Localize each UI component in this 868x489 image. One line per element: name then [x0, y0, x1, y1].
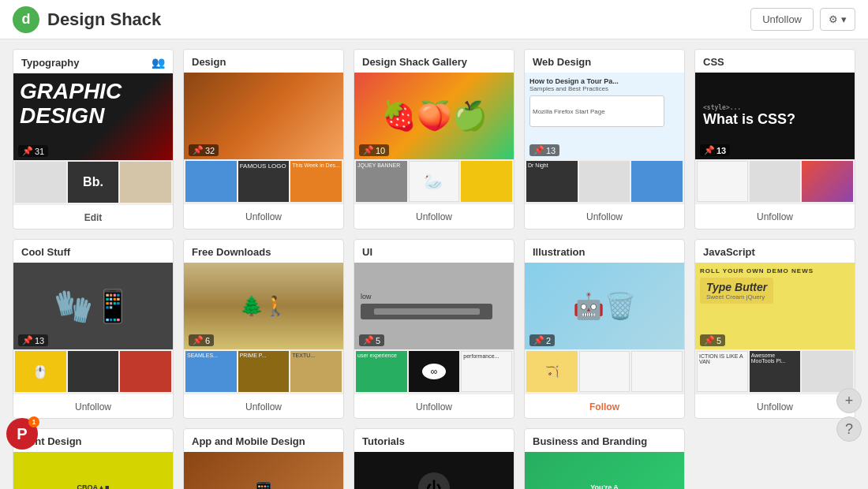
board-header-business: Business and Branding: [525, 429, 684, 452]
board-header-ui: UI: [354, 240, 514, 263]
thumb: performance...: [461, 351, 512, 392]
board-header-typography: Typography 👥: [13, 50, 173, 73]
board-icons-typography: 👥: [152, 56, 165, 69]
board-main-image-tutorials[interactable]: ⏻ Simple Content: [354, 452, 514, 489]
board-title-business: Business and Branding: [533, 435, 647, 447]
edit-button-typography[interactable]: Edit: [84, 212, 103, 223]
thumb: [185, 161, 237, 202]
board-footer-javascript: Unfollow: [695, 394, 855, 418]
board-main-image-design[interactable]: 📌 32: [184, 73, 343, 159]
board-card-business: Business and Branding You're ACOMIC SANS…: [524, 428, 685, 489]
board-card-css: CSS <style>... What is CSS? 📌 13 Unfollo…: [694, 49, 855, 230]
board-header-css: CSS: [695, 50, 855, 73]
pinterest-button[interactable]: P 1: [6, 418, 38, 450]
board-thumbs-freedownloads: SEAMLES... PRIME P... TEXTU...: [184, 349, 343, 394]
board-card-design: Design 📌 32 FAMOUS LOGO This Week in Des…: [183, 49, 344, 230]
board-main-image-appdesign[interactable]: 📱: [184, 452, 343, 489]
thumb: [579, 161, 630, 202]
header: d Design Shack Unfollow ⚙ ▾: [0, 0, 868, 39]
count-badge-gallery: 📌 10: [359, 144, 389, 156]
board-main-image-printdesign[interactable]: CBQA▲■Wong Un Wai, Vic WW2GREATE BASAR: [13, 452, 173, 489]
board-thumbs-webdesign: Dr Night: [525, 159, 684, 203]
unfollow-button-javascript[interactable]: Unfollow: [757, 401, 793, 412]
board-header-freedownloads: Free Downloads: [184, 240, 343, 263]
board-main-image-freedownloads[interactable]: 🌲🚶 📌 6: [184, 263, 343, 349]
board-thumbs-coolstuff: 🖱️: [13, 349, 173, 394]
board-main-image-typography[interactable]: GRAPHICDESIGN 📌 31: [13, 73, 173, 160]
board-title-freedownloads: Free Downloads: [192, 246, 271, 258]
board-title-coolstuff: Cool Stuff: [21, 246, 70, 258]
board-footer-webdesign: Unfollow: [525, 203, 684, 228]
count-badge-ui: 📌 5: [359, 334, 384, 346]
board-header-illustration: Illustration: [525, 240, 684, 263]
thumb: This Week in Des...: [290, 161, 342, 202]
board-main-image-business[interactable]: You're ACOMIC SANSCRIMINAL: [525, 452, 684, 489]
board-thumbs-gallery: JQUEY BANNER 🦢: [354, 159, 514, 203]
thumb: [68, 351, 119, 392]
thumb: 🏹: [526, 351, 578, 392]
board-main-image-coolstuff[interactable]: 🧤📱 📌 13: [13, 263, 173, 349]
unfollow-button-webdesign[interactable]: Unfollow: [586, 211, 623, 222]
board-title-appdesign: App and Mobile Design: [192, 435, 305, 447]
header-unfollow-button[interactable]: Unfollow: [750, 8, 814, 31]
unfollow-button-freedownloads[interactable]: Unfollow: [245, 401, 282, 412]
thumb: PRIME P...: [238, 351, 290, 392]
follow-button-illustration[interactable]: Follow: [589, 401, 619, 412]
thumb: [750, 161, 801, 202]
help-button[interactable]: ?: [836, 416, 862, 442]
unfollow-button-ui[interactable]: Unfollow: [416, 401, 452, 412]
count-badge-javascript: 📌 5: [700, 334, 725, 346]
gear-icon: ⚙: [829, 13, 838, 25]
settings-button[interactable]: ⚙ ▾: [820, 8, 855, 31]
board-card-javascript: JavaScript ROLL YOUR OWN DEMO NEWS Type …: [694, 239, 855, 419]
board-thumbs-css: [695, 159, 855, 203]
board-main-image-gallery[interactable]: 🍓🍑🍏 📌 10: [354, 73, 514, 159]
thumb: 🖱️: [15, 351, 66, 392]
thumb: user experience: [356, 351, 407, 392]
board-main-image-javascript[interactable]: ROLL YOUR OWN DEMO NEWS Type Butter Swee…: [695, 263, 855, 349]
unfollow-button-gallery[interactable]: Unfollow: [416, 211, 452, 222]
thumb: [579, 351, 630, 392]
board-header-design: Design: [184, 50, 343, 73]
unfollow-button-coolstuff[interactable]: Unfollow: [75, 401, 111, 412]
thumb: ICTION IS LIKE A VAN: [697, 351, 748, 392]
board-title-typography: Typography: [21, 57, 79, 69]
board-card-illustration: Illustration 🤖🗑️ 📌 2 🏹 Follow: [524, 239, 685, 419]
board-card-ui: UI low 📌 5 user experience ∞ performance…: [354, 239, 514, 419]
thumb: [697, 161, 748, 202]
thumb: Awesome MooTools Pl...: [750, 351, 801, 392]
thumb: ∞: [409, 351, 460, 392]
count-badge-webdesign: 📌 13: [529, 144, 559, 156]
thumb: 🦢: [409, 161, 460, 202]
main-content: Typography 👥 GRAPHICDESIGN 📌 31 Bb. Edit: [0, 39, 868, 489]
board-header-appdesign: App and Mobile Design: [184, 429, 343, 452]
unfollow-button-css[interactable]: Unfollow: [757, 211, 793, 222]
board-card-appdesign: App and Mobile Design 📱: [183, 428, 344, 489]
board-main-image-css[interactable]: <style>... What is CSS? 📌 13: [695, 73, 855, 159]
count-badge-typography: 📌 31: [18, 145, 48, 157]
board-thumbs-typography: Bb.: [13, 160, 173, 204]
logo-icon: d: [13, 6, 39, 33]
board-card-freedownloads: Free Downloads 🌲🚶 📌 6 SEAMLES... PRIME P…: [183, 239, 344, 419]
board-main-image-webdesign[interactable]: How to Design a Tour Pa... Samples and B…: [525, 73, 684, 159]
board-footer-ui: Unfollow: [354, 394, 514, 418]
board-main-image-ui[interactable]: low 📌 5: [354, 263, 514, 349]
thumb: TEXTU...: [290, 351, 342, 392]
board-title-css: CSS: [703, 56, 724, 68]
thumb: [15, 162, 66, 203]
board-header-webdesign: Web Design: [525, 50, 684, 73]
thumb: [631, 351, 683, 392]
board-footer-gallery: Unfollow: [354, 203, 514, 228]
unfollow-button-design[interactable]: Unfollow: [245, 211, 282, 222]
board-card-tutorials: Tutorials ⏻ Simple Content: [354, 428, 514, 489]
site-title: Design Shack: [47, 9, 161, 30]
thumb: [120, 351, 171, 392]
board-card-webdesign: Web Design How to Design a Tour Pa... Sa…: [524, 49, 685, 230]
board-footer-css: Unfollow: [695, 203, 855, 228]
header-right: Unfollow ⚙ ▾: [750, 8, 855, 31]
board-main-image-illustration[interactable]: 🤖🗑️ 📌 2: [525, 263, 684, 349]
board-card-coolstuff: Cool Stuff 🧤📱 📌 13 🖱️ Unfollow: [13, 239, 174, 419]
thumb: [461, 161, 512, 202]
add-button[interactable]: +: [836, 388, 862, 413]
board-title-gallery: Design Shack Gallery: [362, 56, 467, 68]
